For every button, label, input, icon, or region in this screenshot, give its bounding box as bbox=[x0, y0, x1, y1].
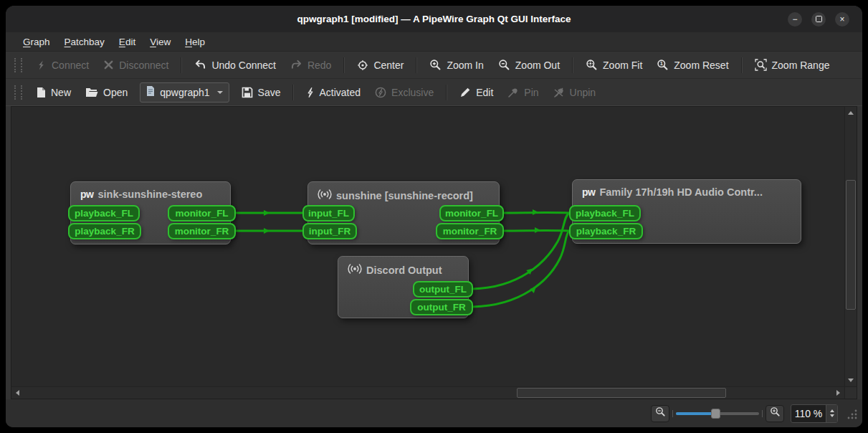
menu-view[interactable]: View bbox=[143, 32, 178, 51]
zoom-out-icon bbox=[655, 406, 666, 420]
port-playback-fl[interactable]: playback_FL bbox=[68, 205, 140, 222]
horizontal-scrollbar[interactable] bbox=[11, 387, 844, 399]
redo-icon bbox=[290, 60, 302, 70]
toolbar-separator bbox=[741, 57, 743, 73]
patchbay-toolbar: New Open qpwgraph1 Save Activated Exclus… bbox=[6, 79, 862, 106]
vertical-scrollbar[interactable] bbox=[844, 107, 857, 386]
zoom-out-button[interactable]: Zoom Out bbox=[492, 54, 566, 75]
zoom-slider[interactable] bbox=[676, 407, 759, 420]
edge-arrow bbox=[533, 209, 538, 215]
menu-edit[interactable]: Edit bbox=[112, 32, 143, 51]
zoom-percent-spinbox[interactable]: 110 % bbox=[791, 404, 838, 423]
disconnect-button[interactable]: Disconnect bbox=[97, 54, 175, 75]
port-input-fl[interactable]: input_FL bbox=[302, 205, 355, 222]
zoom-fit-button[interactable]: Zoom Fit bbox=[579, 54, 649, 75]
port-monitor-fr[interactable]: monitor_FR bbox=[436, 223, 504, 239]
activated-bolt-icon bbox=[306, 87, 314, 98]
menu-graph[interactable]: Graph bbox=[16, 32, 57, 51]
port-monitor-fl[interactable]: monitor_FL bbox=[439, 205, 504, 222]
window-title: qpwgraph1 [modified] — A PipeWire Graph … bbox=[6, 14, 862, 24]
edit-pencil-icon bbox=[459, 87, 471, 98]
pipewire-icon: pw bbox=[80, 189, 93, 200]
open-button[interactable]: Open bbox=[79, 82, 134, 103]
titlebar[interactable]: qpwgraph1 [modified] — A PipeWire Graph … bbox=[6, 6, 862, 32]
undo-icon bbox=[194, 60, 206, 70]
statusbar: 110 % bbox=[6, 399, 862, 427]
toolbar-grip[interactable] bbox=[14, 85, 22, 100]
port-playback-fr[interactable]: playback_FR bbox=[569, 223, 643, 239]
stream-icon bbox=[348, 263, 362, 277]
spinbox-arrows[interactable] bbox=[826, 405, 837, 422]
new-button[interactable]: New bbox=[29, 82, 77, 103]
port-input-fr[interactable]: input_FR bbox=[302, 223, 357, 239]
port-playback-fl[interactable]: playback_FL bbox=[569, 205, 641, 222]
spin-up-icon bbox=[830, 407, 834, 412]
app-window: qpwgraph1 [modified] — A PipeWire Graph … bbox=[6, 6, 862, 427]
toolbar-separator bbox=[292, 85, 294, 100]
zoom-range-button[interactable]: Zoom Range bbox=[748, 54, 836, 75]
scroll-up-button[interactable] bbox=[845, 107, 857, 118]
zoom-in-icon bbox=[770, 406, 781, 420]
arrow-up-icon bbox=[848, 108, 854, 115]
toolbar-separator bbox=[343, 57, 345, 73]
exclusive-bolt-icon bbox=[375, 87, 386, 98]
zoom-in-button[interactable]: Zoom In bbox=[423, 54, 490, 75]
port-monitor-fr[interactable]: monitor_FR bbox=[168, 223, 236, 239]
menu-help[interactable]: Help bbox=[178, 32, 212, 51]
toolbar-separator bbox=[416, 57, 417, 73]
node-title: Discord Output bbox=[366, 265, 442, 276]
open-folder-icon bbox=[85, 87, 98, 97]
connect-icon bbox=[36, 60, 47, 71]
undo-connect-button[interactable]: Undo Connect bbox=[188, 54, 282, 75]
statusbar-zoom-out-button[interactable] bbox=[651, 405, 669, 422]
disconnect-icon bbox=[103, 60, 114, 70]
arrow-left-icon bbox=[13, 390, 19, 396]
exclusive-button[interactable]: Exclusive bbox=[368, 82, 440, 103]
scroll-left-button[interactable] bbox=[11, 387, 23, 399]
edge-arrow bbox=[526, 267, 534, 275]
maximize-button[interactable] bbox=[811, 12, 826, 27]
redo-button[interactable]: Redo bbox=[284, 54, 338, 75]
port-output-fr[interactable]: output_FR bbox=[410, 299, 473, 315]
unpin-button[interactable]: Unpin bbox=[547, 82, 603, 103]
pin-button[interactable]: Pin bbox=[501, 82, 545, 103]
maximize-icon bbox=[816, 16, 822, 22]
patchbay-file-icon bbox=[146, 86, 155, 98]
zoom-reset-button[interactable]: 1 Zoom Reset bbox=[650, 54, 735, 75]
spin-down-icon bbox=[830, 414, 834, 419]
node-title: sunshine [sunshine-record] bbox=[336, 190, 473, 201]
vertical-scroll-thumb[interactable] bbox=[846, 180, 856, 310]
save-button[interactable]: Save bbox=[235, 82, 287, 103]
graph-canvas[interactable]: pw sink-sunshine-stereo sunshine [sunshi… bbox=[11, 107, 844, 386]
minimize-button[interactable]: − bbox=[788, 12, 802, 27]
edit-button[interactable]: Edit bbox=[453, 82, 500, 103]
connect-button[interactable]: Connect bbox=[29, 54, 95, 75]
svg-text:1: 1 bbox=[660, 60, 663, 67]
port-output-fl[interactable]: output_FL bbox=[413, 281, 473, 298]
zoom-slider-handle[interactable] bbox=[711, 409, 720, 419]
zoom-slider-fill bbox=[676, 412, 716, 415]
arrow-right-icon bbox=[836, 390, 843, 396]
toolbar-separator bbox=[446, 85, 447, 100]
pipewire-icon: pw bbox=[582, 186, 595, 198]
close-button[interactable]: × bbox=[835, 12, 849, 27]
center-button[interactable]: Center bbox=[350, 54, 410, 75]
edge-arrow bbox=[264, 210, 270, 216]
edge-arrow bbox=[264, 228, 270, 234]
scroll-down-button[interactable] bbox=[845, 375, 857, 386]
port-playback-fr[interactable]: playback_FR bbox=[68, 223, 141, 239]
port-monitor-fl[interactable]: monitor_FL bbox=[168, 205, 236, 222]
toolbar-separator bbox=[572, 57, 573, 73]
zoom-out-icon bbox=[498, 59, 510, 71]
statusbar-zoom-in-button[interactable] bbox=[766, 405, 784, 422]
patchbay-combobox[interactable]: qpwgraph1 bbox=[140, 82, 229, 103]
menu-patchbay[interactable]: Patchbay bbox=[57, 32, 112, 51]
toolbar-grip[interactable] bbox=[14, 58, 22, 72]
zoom-reset-icon: 1 bbox=[657, 59, 669, 71]
window-resize-grip[interactable] bbox=[847, 409, 857, 422]
activated-button[interactable]: Activated bbox=[300, 82, 367, 103]
zoom-range-icon bbox=[755, 59, 767, 71]
horizontal-scroll-thumb[interactable] bbox=[517, 388, 726, 398]
scroll-right-button[interactable] bbox=[833, 387, 844, 399]
chevron-down-icon bbox=[217, 91, 223, 97]
